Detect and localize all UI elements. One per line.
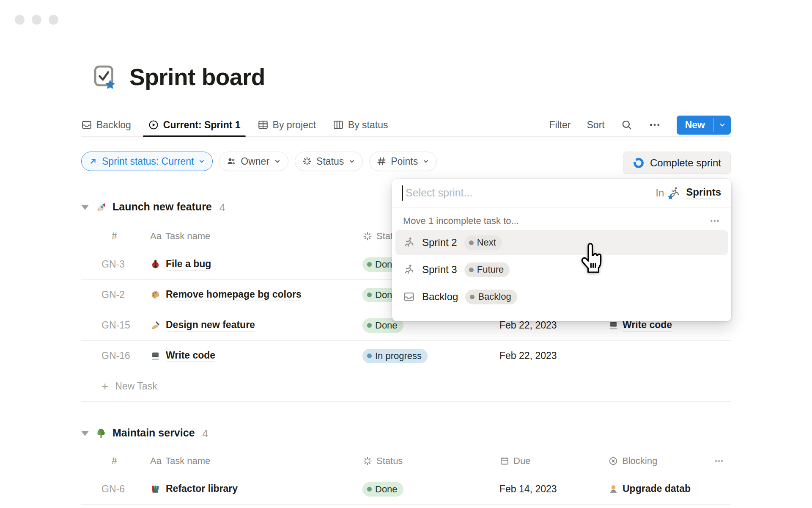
window-close-button[interactable] [15, 15, 25, 25]
status-dot-icon [367, 262, 372, 267]
runner-star-icon [669, 186, 681, 200]
window-minimize-button[interactable] [32, 15, 41, 25]
status-cell[interactable]: In progress [362, 349, 499, 363]
new-button[interactable]: New [677, 116, 731, 135]
tab-label: Current: Sprint 1 [163, 119, 241, 131]
chevron-down-icon [198, 157, 206, 165]
status-dot-icon [469, 240, 474, 245]
table-row[interactable]: GN-6 Refactor library Done Feb 14, 2023 [81, 474, 731, 505]
new-button-label[interactable]: New [677, 116, 713, 135]
search-icon[interactable] [621, 119, 633, 131]
menu-item-label: Sprint 2 [422, 237, 457, 248]
group-name[interactable]: Maintain service [112, 427, 195, 440]
due-cell[interactable]: Feb 14, 2023 [499, 483, 608, 495]
table-row[interactable]: GN-16 Write code In progress Feb 22, 202… [81, 341, 731, 371]
new-task-label: New Task [115, 381, 157, 392]
column-header-task-name[interactable]: Aa Task name [131, 456, 362, 467]
new-dropdown-button[interactable] [714, 116, 731, 135]
spinner-icon [302, 156, 312, 166]
move-sprint-dropdown: In Sprints Move 1 incomplete task to... [392, 179, 731, 321]
tab-by-status[interactable]: By status [333, 113, 388, 136]
complete-sprint-button[interactable]: Complete sprint [623, 152, 731, 174]
column-header-task-name[interactable]: Aa Task name [131, 231, 362, 242]
menu-item-sprint-2[interactable]: Sprint 2 Next [395, 230, 728, 255]
more-columns-icon[interactable] [714, 456, 731, 466]
palette-icon [150, 290, 161, 300]
column-header-id[interactable]: # [81, 455, 131, 467]
search-scope[interactable]: In Sprints [656, 186, 721, 200]
filter-label: Points [391, 156, 418, 167]
status-dot-icon [367, 353, 372, 358]
sort-button[interactable]: Sort [587, 119, 605, 131]
table-header-row: # Aa Task name Status Due Blocking [81, 448, 731, 474]
dropdown-heading: Move 1 incomplete task to... [403, 215, 519, 226]
technologist-icon [608, 484, 619, 494]
group-header-maintain-service[interactable]: Maintain service 4 [81, 423, 731, 444]
hash-icon [376, 156, 387, 166]
status-dot-icon [470, 295, 475, 299]
filter-sprint-status[interactable]: Sprint status: Current [81, 152, 213, 171]
text-caret [402, 185, 403, 201]
status-dot-icon [367, 293, 372, 297]
writing-hand-icon [150, 320, 161, 331]
spinner-icon [362, 231, 373, 241]
collapse-triangle-icon[interactable] [81, 431, 89, 436]
people-icon [226, 156, 236, 166]
column-header-blocking[interactable]: Blocking [608, 456, 714, 467]
group-name[interactable]: Launch new feature [112, 201, 212, 214]
menu-item-label: Sprint 3 [422, 264, 457, 276]
sprint-search-input[interactable] [406, 187, 656, 199]
scope-name[interactable]: Sprints [686, 186, 721, 199]
text-type-icon: Aa [150, 231, 162, 242]
sprint-search-row: In Sprints [392, 179, 731, 207]
task-name[interactable]: Remove homepage bg colors [166, 289, 302, 301]
status-dot-icon [367, 323, 372, 328]
task-name[interactable]: Refactor library [166, 483, 238, 495]
new-task-button[interactable]: + New Task [81, 371, 731, 402]
blocking-cell[interactable]: Upgrade datab [608, 483, 714, 495]
due-cell[interactable]: Feb 22, 2023 [499, 320, 608, 331]
filter-status[interactable]: Status [295, 152, 363, 171]
task-name[interactable]: File a bug [166, 258, 211, 271]
filter-button[interactable]: Filter [549, 119, 571, 131]
sprint-cycle-icon [633, 157, 645, 169]
column-header-id[interactable]: # [81, 230, 131, 242]
checkbox-star-icon [92, 64, 118, 90]
column-header-due[interactable]: Due [499, 456, 608, 467]
menu-item-backlog[interactable]: Backlog Backlog [395, 284, 728, 309]
tab-backlog[interactable]: Backlog [81, 113, 131, 136]
tab-by-project[interactable]: By project [258, 113, 316, 136]
task-name[interactable]: Write code [166, 350, 215, 362]
table-grid-icon [258, 119, 269, 130]
tree-icon [95, 428, 107, 439]
task-id: GN-2 [81, 289, 131, 301]
task-id: GN-3 [81, 259, 131, 270]
hand-cursor-icon [579, 243, 605, 275]
status-badge: In progress [362, 349, 428, 363]
blocking-task[interactable]: Upgrade datab [623, 483, 691, 495]
ladybug-icon [150, 259, 161, 270]
arrow-up-right-icon [88, 157, 98, 166]
task-id: GN-6 [81, 483, 131, 495]
tab-label: Backlog [96, 119, 131, 131]
filter-points[interactable]: Points [369, 152, 437, 171]
page-header: Sprint board [92, 64, 265, 91]
books-icon [150, 484, 161, 494]
task-id: GN-16 [81, 350, 131, 362]
menu-item-sprint-3[interactable]: Sprint 3 Future [395, 257, 728, 282]
window-zoom-button[interactable] [49, 15, 58, 25]
sprint-status-badge: Next [464, 235, 502, 250]
column-header-status[interactable]: Status [362, 456, 499, 467]
task-name[interactable]: Design new feature [166, 319, 255, 331]
tab-current-sprint[interactable]: Current: Sprint 1 [148, 113, 241, 136]
filter-owner[interactable]: Owner [219, 152, 288, 171]
due-cell[interactable]: Feb 22, 2023 [499, 350, 608, 362]
window-controls [15, 15, 58, 25]
group-count: 4 [219, 202, 225, 214]
chevron-down-icon [422, 157, 430, 165]
status-cell[interactable]: Done [362, 482, 499, 497]
more-options-icon[interactable] [649, 119, 661, 131]
more-options-icon[interactable] [709, 215, 720, 226]
collapse-triangle-icon[interactable] [81, 205, 89, 210]
task-id: GN-15 [81, 320, 131, 331]
